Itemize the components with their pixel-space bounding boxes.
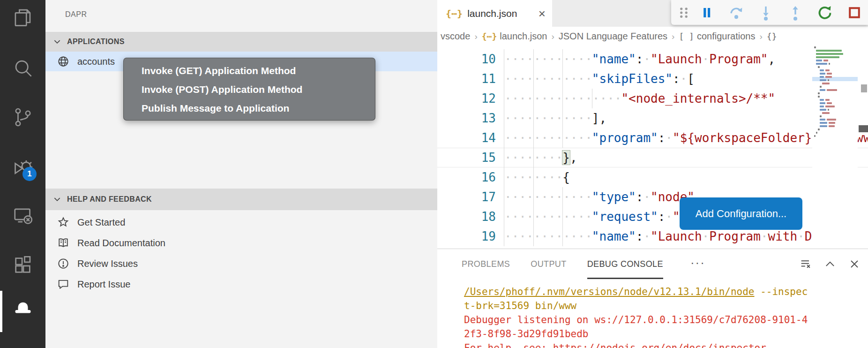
help-item-read-documentation[interactable]: Read Documentation [45,233,437,253]
code-line-text: ········}, [504,148,577,167]
minimap-slider[interactable] [861,84,867,92]
minimap-bar [818,129,820,130]
indent-guide: ···· [592,89,621,108]
indent-guide: ···· [533,148,563,167]
line-number: 13 [437,108,503,128]
clear-console-icon[interactable] [799,257,813,271]
search-icon[interactable] [0,57,45,79]
minimap-row [812,128,858,131]
menu-item[interactable]: Invoke (GET) Application Method [124,61,375,80]
code-token: :· [636,190,651,204]
indent-guide: ···· [504,207,533,227]
whitespace-dot: · [761,229,768,243]
indent-guide: ···· [562,89,592,108]
console-line: For help, see: https://nodejs.org/en/doc… [464,341,809,348]
breadcrumb-item[interactable]: vscode [441,31,470,42]
menu-item[interactable]: Invoke (POST) Application Method [124,80,375,99]
editor-scrollbar-thumb[interactable] [859,125,868,132]
json-file-icon: {⋯} [446,8,463,19]
code-line-text: ········{ [504,167,570,187]
tab-launch-json[interactable]: {⋯} launch.json × [437,0,552,27]
code-line[interactable]: 15········}, [437,148,868,167]
minimap-bar [827,102,832,104]
array-icon: [ ] [679,31,694,41]
json-icon: {⋯} [482,31,497,41]
help-item-review-issues[interactable]: Review Issues [45,253,437,274]
remote-explorer-icon[interactable] [0,204,45,227]
activity-bar: 1 [0,0,45,348]
code-token: :· [673,72,687,86]
dapr-icon[interactable] [0,296,45,318]
breadcrumb-item[interactable]: {} [767,31,780,41]
help-item-get-started[interactable]: Get Started [45,212,437,233]
stop-button[interactable] [846,5,862,21]
breadcrumb-separator: › [551,31,554,42]
code-line[interactable]: 11············"skipFiles":·[ [437,69,868,89]
code-line[interactable]: 18············"request":·"launch", [437,207,868,227]
minimap-bar [816,60,822,61]
code-line[interactable]: 13············], [437,108,868,128]
section-applications[interactable]: APPLICATIONS [45,32,437,52]
extensions-icon[interactable] [0,254,45,276]
code-line[interactable]: 14············"program":·"${workspaceFol… [437,128,868,148]
close-tab-icon[interactable]: × [539,8,546,20]
minimap-row [812,125,858,128]
minimap-bar [825,106,835,107]
breadcrumb-item[interactable]: JSON Language Features [559,31,667,42]
explorer-icon[interactable] [0,7,45,29]
indent-guide: ···· [533,128,563,148]
restart-button[interactable] [817,5,833,21]
source-control-icon[interactable] [0,106,45,129]
minimap-row [812,89,858,92]
panel-tab-debug-console[interactable]: DEBUG CONSOLE [587,249,663,279]
minimap-row [812,46,858,49]
step-over-button[interactable] [728,5,744,21]
panel-tab-output[interactable]: OUTPUT [531,249,566,279]
editor-group: {⋯} launch.json × [437,0,868,249]
step-into-button[interactable] [758,5,774,21]
minimap[interactable] [812,46,858,249]
code-token: :· [658,210,673,224]
code-line-text: ············], [504,108,606,128]
code-line[interactable]: 19············"name":·"Launch·Program·wi… [437,227,868,246]
breadcrumb-item[interactable]: {⋯}launch.json [482,31,547,42]
minimap-row [812,62,858,66]
indent-guide: ···· [562,207,592,227]
breadcrumb-item[interactable]: [ ]configurations [679,31,755,42]
maximize-panel-icon[interactable] [823,257,837,271]
indent-guide: ···· [533,49,563,69]
minimap-row [812,76,858,79]
menu-item[interactable]: Publish Message to Application [124,99,375,118]
console-link[interactable]: https://nodejs.org/en/docs/inspector [553,342,766,348]
section-label: HELP AND FEEDBACK [67,195,152,204]
indent-guide: ···· [562,128,592,148]
panel-tab-problems[interactable]: PROBLEMS [462,249,510,279]
section-help-and-feedback[interactable]: HELP AND FEEDBACK [45,189,437,210]
pause-button[interactable] [699,5,715,21]
code-token: ], [592,111,606,125]
code-line[interactable]: 10············"name":·"Launch·Program", [437,49,868,69]
minimap-row [812,115,858,118]
add-configuration-button[interactable]: Add Configuration... [680,197,802,230]
code-line[interactable]: 12················"<node_internals>/**" [437,89,868,108]
drag-handle-icon[interactable] [676,5,692,21]
help-item-report-issue[interactable]: Report Issue [45,274,437,295]
step-out-button[interactable] [787,5,803,21]
minimap-bar [829,122,835,124]
console-link[interactable]: /Users/phoff/.nvm/versions/node/v12.13.1… [464,286,755,297]
close-panel-icon[interactable] [847,257,861,271]
minimap-row [812,108,858,112]
minimap-row [812,92,858,95]
book-icon [57,236,70,250]
code-line[interactable]: 16········{ [437,167,868,187]
indent-guide: ···· [562,108,592,128]
more-actions-icon[interactable]: ··· [690,249,705,279]
minimap-bar [822,83,830,84]
indent-guide: ···· [504,227,533,246]
code-editor[interactable]: 10············"name":·"Launch·Program",1… [437,46,868,249]
code-line[interactable]: 17············"type":·"node", [437,187,868,207]
sidebar-title: DAPR [65,10,87,19]
minimap-row [812,59,858,62]
breadcrumb-label: vscode [441,31,470,42]
code-token: :· [636,229,651,243]
